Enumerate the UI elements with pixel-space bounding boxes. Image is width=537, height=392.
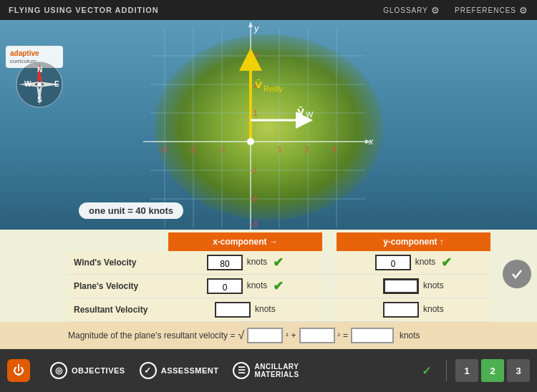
check-area: ✓ — [415, 359, 437, 382]
wind-y-input[interactable]: 0 — [375, 255, 411, 270]
svg-text:S: S — [37, 96, 42, 104]
assessment-label: ASSESSMENT — [161, 366, 219, 375]
svg-text:3: 3 — [332, 146, 337, 154]
data-panel: x-component → y-component ↑ Wind's Veloc… — [0, 230, 537, 349]
objectives-icon: ◎ — [50, 362, 67, 379]
svg-point-49 — [37, 82, 42, 87]
svg-text:2: 2 — [305, 146, 309, 154]
bottom-bar: ⏻ ◎ OBJECTIVES ✓ ASSESSMENT ☰ ANCILLARY … — [0, 349, 537, 392]
objectives-label: OBJECTIVES — [72, 366, 125, 375]
svg-text:1: 1 — [278, 146, 282, 154]
main-area: y x −3 −2 −1 1 2 3 3 2 1 −1 −2 −3 — [0, 20, 537, 349]
magnitude-label: Magnitude of the plane's resultant veloc… — [68, 330, 235, 340]
magnitude-result[interactable] — [351, 328, 394, 343]
page-1-button[interactable]: 1 — [455, 359, 478, 382]
app-title: FLYING USING VECTOR ADDITION — [9, 6, 159, 14]
assessment-check-icon: ✓ — [140, 362, 157, 379]
svg-text:−3: −3 — [159, 146, 168, 154]
square1: ² — [286, 332, 288, 340]
table-row: Wind's Velocity 80 knots ✔ 0 knots ✔ — [68, 251, 490, 275]
svg-text:V̄: V̄ — [297, 107, 304, 117]
row1-x-cell: 80 knots ✔ — [168, 251, 322, 275]
svg-marker-16 — [248, 21, 253, 27]
svg-text:−2: −2 — [188, 146, 196, 154]
wind-x-check-icon: ✔ — [273, 255, 284, 270]
result-y-unit: knots — [423, 304, 444, 314]
y-component-header: y-component ↑ — [337, 232, 490, 251]
page-2-button[interactable]: 2 — [481, 359, 504, 382]
plane-x-input[interactable]: 0 — [207, 278, 243, 294]
preferences-icon: ⚙ — [519, 5, 528, 16]
svg-point-39 — [247, 138, 254, 145]
sqrt-symbol: √ — [238, 329, 244, 342]
magnitude-row: Magnitude of the plane's resultant veloc… — [0, 322, 537, 349]
confirm-button[interactable] — [503, 260, 531, 288]
result-y-input[interactable] — [383, 302, 419, 318]
row2-y-cell: knots — [337, 275, 490, 298]
svg-text:−2: −2 — [249, 195, 258, 203]
bottom-right-nav: ✓ 1 2 3 — [415, 359, 530, 382]
svg-text:3: 3 — [253, 52, 258, 60]
table-row: Resultant Velocity knots knots — [68, 298, 490, 322]
magnitude-input2[interactable] — [299, 328, 335, 343]
preferences-label: PREFERENCES — [455, 6, 516, 14]
svg-text:1: 1 — [253, 109, 258, 117]
check-mark: ✓ — [422, 364, 431, 378]
plane-y-unit: knots — [423, 280, 444, 290]
power-button[interactable]: ⏻ — [7, 359, 30, 382]
row2-x-cell: 0 knots ✔ — [168, 275, 322, 298]
glossary-icon: ⚙ — [431, 5, 440, 16]
objectives-button[interactable]: ◎ OBJECTIVES — [50, 362, 125, 379]
svg-text:x: x — [368, 136, 374, 147]
bottom-left-actions: ⏻ ◎ OBJECTIVES ✓ ASSESSMENT ☰ ANCILLARY … — [7, 359, 299, 382]
data-table: x-component → y-component ↑ Wind's Veloc… — [68, 232, 490, 322]
row1-y-cell: 0 knots ✔ — [337, 251, 490, 275]
unit-label: one unit = 40 knots — [79, 202, 183, 219]
svg-text:−1: −1 — [218, 146, 226, 154]
row3-x-cell: knots — [168, 298, 322, 322]
svg-text:−1: −1 — [249, 167, 258, 175]
row3-y-cell: knots — [337, 298, 490, 322]
equals-sign: = — [343, 330, 348, 340]
result-x-input[interactable] — [215, 302, 251, 318]
glossary-button[interactable]: GLOSSARY ⚙ — [383, 5, 440, 16]
ancillary-button[interactable]: ☰ ANCILLARY MATERIALS — [233, 362, 299, 379]
svg-text:E: E — [54, 80, 59, 88]
plane-y-input[interactable] — [383, 278, 419, 294]
row2-label: Plane's Velocity — [68, 275, 168, 298]
wind-x-input[interactable]: 80 — [207, 255, 243, 270]
compass: N S E W — [14, 59, 64, 109]
wind-y-check-icon: ✔ — [441, 255, 452, 270]
svg-text:W: W — [24, 80, 32, 88]
svg-text:y: y — [253, 23, 260, 34]
square2: ² — [338, 332, 340, 340]
svg-text:−3: −3 — [249, 220, 258, 228]
preferences-button[interactable]: PREFERENCES ⚙ — [455, 5, 528, 16]
wind-y-unit: knots — [415, 257, 436, 267]
magnitude-input1[interactable] — [247, 328, 283, 343]
svg-text:W: W — [306, 110, 314, 119]
plane-x-check-icon: ✔ — [273, 278, 284, 294]
ancillary-icon: ☰ — [233, 362, 250, 379]
table-row: Plane's Velocity 0 knots ✔ knots — [68, 275, 490, 298]
wind-x-unit: knots — [247, 257, 268, 267]
magnitude-unit: knots — [400, 330, 420, 340]
separator — [446, 360, 447, 381]
svg-text:V̄: V̄ — [255, 79, 262, 90]
top-bar-actions: GLOSSARY ⚙ PREFERENCES ⚙ — [383, 5, 528, 16]
top-bar: FLYING USING VECTOR ADDITION GLOSSARY ⚙ … — [0, 0, 537, 20]
x-component-header: x-component → — [168, 232, 322, 251]
plus-sign: + — [291, 330, 296, 340]
svg-text:Reilly: Reilly — [263, 84, 283, 93]
logo-line1: adaptive — [10, 49, 59, 58]
row1-label: Wind's Velocity — [68, 251, 168, 275]
svg-text:N: N — [37, 66, 42, 74]
glossary-label: GLOSSARY — [383, 6, 428, 14]
assessment-button[interactable]: ✓ ASSESSMENT — [140, 362, 219, 379]
result-x-unit: knots — [255, 304, 276, 314]
page-3-button[interactable]: 3 — [507, 359, 530, 382]
ancillary-label: ANCILLARY MATERIALS — [254, 363, 299, 378]
plane-x-unit: knots — [247, 280, 268, 290]
row3-label: Resultant Velocity — [68, 298, 168, 322]
power-icon: ⏻ — [13, 364, 24, 377]
